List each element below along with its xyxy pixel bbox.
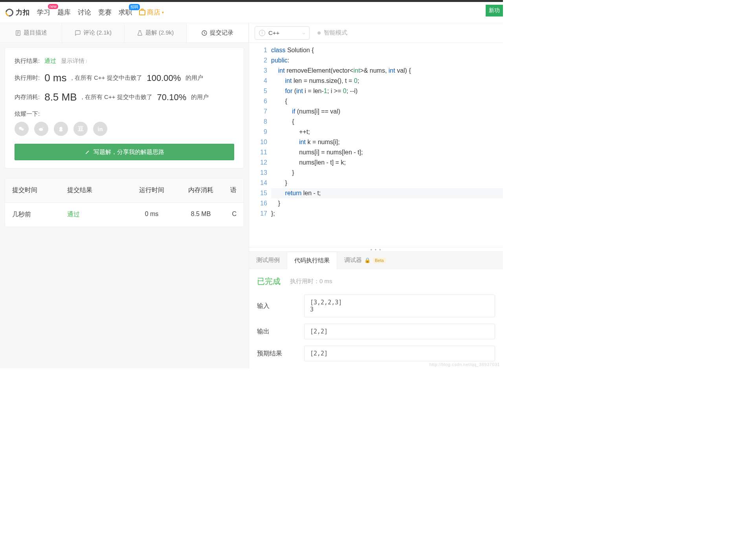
brand-text: 力扣 [16,8,30,17]
submissions-table: 提交时间 提交结果 运行时间 内存消耗 语 几秒前 通过 0 ms 8.5 MB… [5,178,244,227]
nav-discuss[interactable]: 讨论 [78,8,91,17]
write-solution-button[interactable]: 写题解，分享我的解题思路 [15,144,234,160]
badge-new: new [48,4,58,9]
expected-label: 预期结果 [257,350,304,358]
th-result: 提交结果 [67,186,126,194]
runtime-value: 0 ms [44,72,66,84]
smart-mode-toggle[interactable]: 智能模式 [317,29,347,37]
table-row[interactable]: 几秒前 通过 0 ms 8.5 MB C [5,203,244,227]
show-details-link[interactable]: 显示详情〉 [61,57,90,65]
th-time: 提交时间 [12,186,67,194]
memory-value: 8.5 MB [44,91,77,103]
memory-pct: 70.10% [157,92,187,103]
linkedin-icon[interactable]: in [93,122,107,136]
language-selector[interactable]: i C++ ⌵ [255,26,310,40]
td-time: 几秒前 [12,211,67,219]
pencil-icon [85,149,90,155]
memory-label: 内存消耗: [15,93,40,101]
right-panel: i C++ ⌵ 智能模式 1234567891011121314151617 c… [249,23,503,368]
resize-handle[interactable]: ● ● ● [249,247,503,252]
line-gutter: 1234567891011121314151617 [249,43,271,247]
runtime-text: , 在所有 C++ 提交中击败了 [72,74,142,82]
runtime-label: 执行用时: [15,74,40,82]
exec-done: 已完成 [257,276,281,287]
logo[interactable]: 力扣 [6,8,30,17]
tab-submissions[interactable]: 提交记录 [187,23,249,42]
store-icon [139,10,145,15]
chevron-down-icon: ▾ [162,10,164,15]
runtime-suffix: 的用户 [185,74,203,82]
td-memory: 8.5 MB [177,211,224,219]
tab-comments[interactable]: 评论 (2.1k) [62,23,124,42]
wechat-icon[interactable] [15,122,29,136]
lock-icon: 🔒 [364,257,371,263]
nav-learn[interactable]: 学习 new [37,8,50,17]
exec-time: 执行用时：0 ms [290,278,332,285]
th-runtime: 运行时间 [126,186,177,194]
watermark: http://blog.csdn.net/qq_38937031 [429,362,500,367]
share-label: 炫耀一下: [15,110,40,118]
problem-tabs: 题目描述 评论 (2.1k) 题解 (2.9k) 提交记录 [0,23,249,43]
code-content[interactable]: class Solution {public: int removeElemen… [271,43,503,247]
chevron-down-icon: ⌵ [303,30,305,35]
td-lang: C [224,211,237,219]
svg-point-7 [39,128,43,131]
chevron-right-icon: 〉 [85,59,90,64]
svg-point-9 [59,130,63,132]
table-header: 提交时间 提交结果 运行时间 内存消耗 语 [5,178,244,203]
code-editor[interactable]: 1234567891011121314151617 class Solution… [249,43,503,247]
result-label: 执行结果: [15,57,40,65]
tab-description[interactable]: 题目描述 [0,23,62,42]
td-result: 通过 [67,211,126,219]
nav-problems[interactable]: 题库 [57,8,71,17]
code-header: i C++ ⌵ 智能模式 [249,23,503,43]
runtime-pct: 100.00% [147,73,181,83]
td-runtime: 0 ms [126,211,177,219]
memory-suffix: 的用户 [191,93,209,101]
description-icon [15,30,21,36]
left-panel: 题目描述 评论 (2.1k) 题解 (2.9k) 提交记录 执行结果: 通过 显… [0,23,249,368]
tab-solutions[interactable]: 题解 (2.9k) [125,23,187,42]
input-label: 输入 [257,302,304,310]
nav-contest[interactable]: 竞赛 [98,8,112,17]
info-icon: i [259,30,265,36]
tab-testcase[interactable]: 测试用例 [249,252,287,269]
navbar: 力扣 学习 new 题库 讨论 竞赛 求职 招聘 商店 ▾ 新功 [0,2,503,23]
console-tabs: 测试用例 代码执行结果 调试器 🔒 Beta [249,252,503,269]
badge-hire: 招聘 [129,4,140,10]
qq-icon[interactable] [54,122,68,136]
dot-icon [317,31,321,35]
output-box: [2,2] [304,324,495,339]
expected-box: [2,2] [304,346,495,361]
th-memory: 内存消耗 [177,186,224,194]
nav-jobs[interactable]: 求职 招聘 [119,8,132,17]
flask-icon [137,30,143,36]
exec-result-panel: 已完成 执行用时：0 ms 输入 [3,2,2,3] 3 输出 [2,2] 预期… [249,269,503,368]
comment-icon [75,30,81,36]
output-label: 输出 [257,328,304,336]
th-lang: 语 [224,186,237,194]
new-feature-badge[interactable]: 新功 [486,5,503,16]
share-icons-row: 豆 in [15,122,234,136]
clock-icon [201,30,207,36]
tab-debugger[interactable]: 调试器 🔒 Beta [337,252,393,269]
input-box: [3,2,2,3] 3 [304,295,495,317]
tab-exec-result[interactable]: 代码执行结果 [287,252,337,269]
beta-badge: Beta [373,258,386,263]
weibo-icon[interactable] [34,122,48,136]
result-card: 执行结果: 通过 显示详情〉 执行用时: 0 ms , 在所有 C++ 提交中击… [5,48,244,168]
nav-store[interactable]: 商店 ▾ [139,8,164,17]
logo-icon [4,7,15,18]
svg-point-6 [21,128,24,131]
result-status: 通过 [44,57,56,65]
memory-text: , 在所有 C++ 提交中击败了 [82,93,152,101]
douban-icon[interactable]: 豆 [73,122,88,136]
